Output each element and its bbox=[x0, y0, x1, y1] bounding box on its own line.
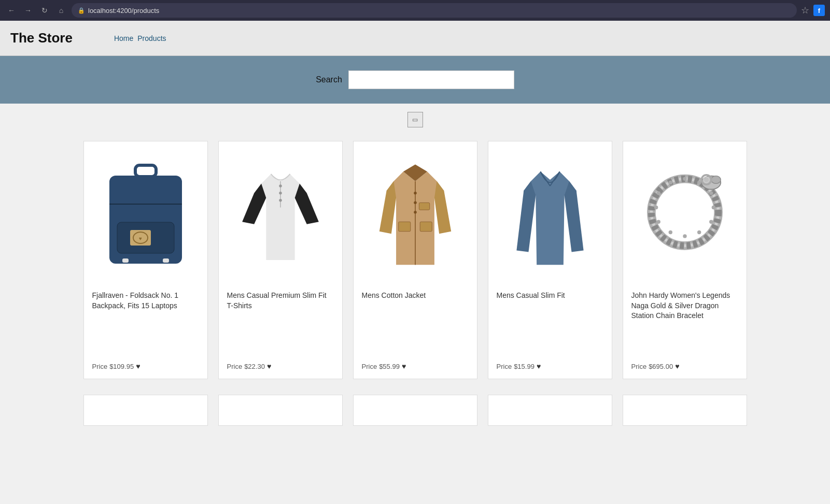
svg-point-19 bbox=[414, 211, 417, 214]
svg-rect-6 bbox=[122, 258, 129, 263]
lock-icon: 🔒 bbox=[78, 7, 85, 14]
svg-point-35 bbox=[683, 234, 686, 238]
search-section: Search bbox=[0, 56, 830, 104]
price-value-5: $695.00 bbox=[649, 363, 673, 370]
product-card-partial-2[interactable] bbox=[218, 395, 343, 426]
price-label-3: Price bbox=[362, 363, 377, 370]
product-card-3[interactable]: Mens Cotton Jacket Price $55.99 ♥ bbox=[353, 141, 477, 379]
wishlist-heart-3[interactable]: ♥ bbox=[402, 362, 406, 370]
price-value-4: $15.99 bbox=[514, 363, 534, 370]
browser-chrome: ← → ↻ ⌂ 🔒 localhost:4200/products ☆ f bbox=[0, 0, 830, 21]
price-label-1: Price bbox=[92, 363, 108, 370]
svg-point-11 bbox=[279, 192, 282, 195]
search-input[interactable] bbox=[348, 70, 514, 89]
svg-point-38 bbox=[654, 206, 657, 209]
svg-point-32 bbox=[711, 206, 715, 209]
product-card-1[interactable]: ♥ Fjallraven - Foldsack No. 1 Backpack, … bbox=[83, 141, 208, 379]
product-price-3: Price $55.99 ♥ bbox=[362, 362, 469, 370]
wishlist-heart-2[interactable]: ♥ bbox=[267, 362, 271, 370]
product-card-4[interactable]: Mens Casual Slim Fit Price $15.99 ♥ bbox=[488, 141, 612, 379]
product-price-2: Price $22.30 ♥ bbox=[227, 362, 334, 370]
product-image-5 bbox=[633, 155, 737, 279]
product-image-1: ♥ bbox=[94, 155, 198, 279]
wishlist-heart-5[interactable]: ♥ bbox=[675, 362, 679, 370]
nav-link-products[interactable]: Products bbox=[137, 34, 166, 42]
filter-area: ▭ bbox=[0, 104, 830, 136]
price-value-3: $55.99 bbox=[379, 363, 400, 370]
price-label-2: Price bbox=[227, 363, 243, 370]
product-card-5[interactable]: John Hardy Women's Legends Naga Gold & S… bbox=[623, 141, 747, 379]
svg-rect-7 bbox=[163, 258, 169, 263]
product-card-partial-4[interactable] bbox=[488, 395, 612, 426]
browser-fb-icon: f bbox=[813, 5, 825, 16]
navbar: The Store Home Products bbox=[0, 21, 830, 56]
price-value-2: $22.30 bbox=[244, 363, 265, 370]
product-card-partial-1[interactable] bbox=[83, 395, 208, 426]
home-button[interactable]: ⌂ bbox=[55, 4, 67, 17]
product-price-4: Price $15.99 ♥ bbox=[497, 362, 603, 370]
product-image-container-3 bbox=[362, 150, 469, 284]
svg-point-17 bbox=[414, 192, 417, 195]
svg-point-37 bbox=[656, 220, 660, 224]
brand-logo[interactable]: The Store bbox=[10, 30, 73, 46]
svg-point-36 bbox=[668, 231, 672, 234]
product-image-4 bbox=[498, 155, 602, 279]
svg-rect-16 bbox=[419, 203, 429, 210]
filter-icon: ▭ bbox=[412, 116, 418, 123]
back-button[interactable]: ← bbox=[5, 4, 18, 17]
product-image-container-1: ♥ bbox=[92, 150, 199, 284]
products-grid: ♥ Fjallraven - Foldsack No. 1 Backpack, … bbox=[0, 136, 830, 395]
svg-point-33 bbox=[709, 220, 713, 224]
url-text: localhost:4200/products bbox=[88, 7, 159, 15]
svg-point-31 bbox=[709, 191, 713, 195]
svg-text:♥: ♥ bbox=[139, 236, 142, 241]
price-value-1: $109.95 bbox=[109, 363, 134, 370]
product-image-container-4 bbox=[497, 150, 603, 284]
product-image-2 bbox=[229, 155, 332, 279]
products-grid-second-row bbox=[0, 395, 830, 431]
product-card-partial-5[interactable] bbox=[623, 395, 747, 426]
product-card-partial-3[interactable] bbox=[353, 395, 477, 426]
wishlist-heart-1[interactable]: ♥ bbox=[136, 362, 140, 370]
svg-point-29 bbox=[683, 177, 686, 180]
product-title-3: Mens Cotton Jacket bbox=[362, 291, 469, 311]
svg-rect-1 bbox=[135, 165, 156, 177]
nav-link-home[interactable]: Home bbox=[114, 34, 133, 42]
product-price-1: Price $109.95 ♥ bbox=[92, 362, 199, 370]
forward-button[interactable]: → bbox=[22, 4, 34, 17]
nav-links: Home Products bbox=[114, 34, 166, 42]
search-label: Search bbox=[316, 75, 342, 84]
svg-point-18 bbox=[414, 201, 417, 205]
svg-point-40 bbox=[668, 181, 672, 184]
reload-button[interactable]: ↻ bbox=[38, 4, 51, 17]
product-title-2: Mens Casual Premium Slim Fit T-Shirts bbox=[227, 291, 334, 321]
svg-point-30 bbox=[697, 181, 701, 184]
product-title-1: Fjallraven - Foldsack No. 1 Backpack, Fi… bbox=[92, 291, 199, 321]
product-image-container-5 bbox=[631, 150, 738, 284]
product-image-container-2 bbox=[227, 150, 334, 284]
bookmark-star-icon[interactable]: ☆ bbox=[801, 5, 809, 16]
svg-point-12 bbox=[279, 199, 282, 202]
price-label-4: Price bbox=[497, 363, 512, 370]
address-bar[interactable]: 🔒 localhost:4200/products bbox=[72, 3, 797, 18]
svg-rect-14 bbox=[398, 222, 410, 231]
svg-point-34 bbox=[697, 231, 701, 234]
product-price-5: Price $695.00 ♥ bbox=[631, 362, 738, 370]
svg-point-26 bbox=[711, 176, 720, 184]
product-image-3 bbox=[363, 155, 467, 279]
svg-point-39 bbox=[656, 191, 660, 195]
product-card-2[interactable]: Mens Casual Premium Slim Fit T-Shirts Pr… bbox=[218, 141, 343, 379]
svg-rect-15 bbox=[420, 222, 432, 231]
price-label-5: Price bbox=[631, 363, 647, 370]
filter-button[interactable]: ▭ bbox=[407, 112, 423, 127]
wishlist-heart-4[interactable]: ♥ bbox=[537, 362, 541, 370]
page-content: The Store Home Products Search ▭ bbox=[0, 21, 830, 504]
product-title-5: John Hardy Women's Legends Naga Gold & S… bbox=[631, 291, 738, 332]
svg-point-10 bbox=[279, 184, 282, 188]
product-title-4: Mens Casual Slim Fit bbox=[497, 291, 603, 311]
